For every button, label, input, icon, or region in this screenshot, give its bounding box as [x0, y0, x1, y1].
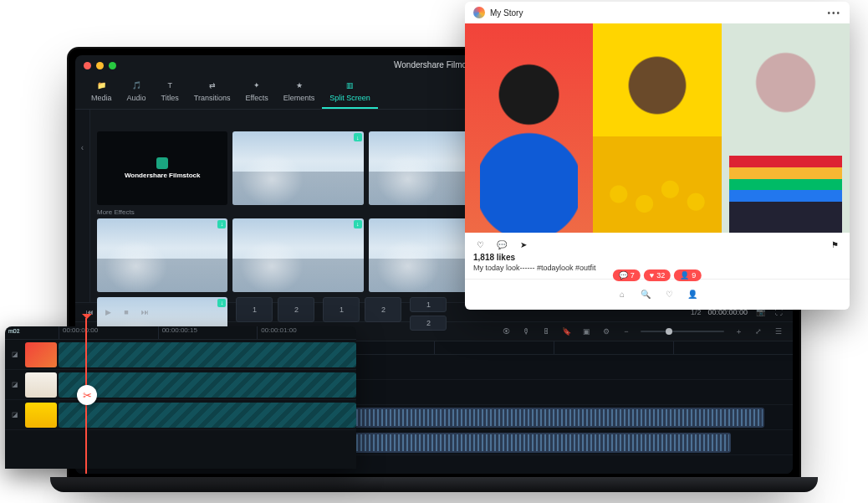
download-icon: ↓: [217, 299, 226, 307]
tab-label: Effects: [245, 94, 268, 102]
tab-transitions[interactable]: ⇄Transitions: [186, 76, 238, 109]
mini-timeline-panel: 00:00:00:00 00:00:00:15 00:00:01:00 ✂ ◪ …: [5, 326, 356, 469]
template-thumb[interactable]: ↓: [232, 218, 363, 292]
layout-1-2[interactable]: 1 2: [236, 297, 314, 322]
layout-cell: 1: [323, 297, 360, 322]
mixer-icon[interactable]: 🎚: [540, 326, 552, 337]
tab-label: Elements: [283, 94, 315, 102]
person-graphic: [729, 40, 842, 233]
track-toggle-icon[interactable]: ◪: [5, 351, 25, 358]
media-pane: [722, 23, 850, 233]
effects-icon: ✦: [251, 80, 263, 91]
tab-media[interactable]: 📁Media: [84, 76, 120, 109]
comment-icon[interactable]: 💬: [495, 238, 508, 251]
engage-bar: 💬 7 ♥ 32 👤 9 ⌂ 🔍 ♡ 👤: [465, 279, 850, 310]
track-manager-icon[interactable]: ☰: [773, 326, 784, 337]
tab-effects[interactable]: ✦Effects: [237, 76, 275, 109]
elements-icon: ★: [294, 80, 305, 91]
layout-cell: 2: [410, 316, 447, 331]
track-toggle-icon[interactable]: ◪: [5, 381, 25, 388]
tab-elements[interactable]: ★Elements: [276, 76, 323, 109]
play-icon[interactable]: ▶: [102, 306, 114, 318]
crop-icon[interactable]: ▣: [580, 326, 592, 337]
transition-icon: ⇄: [207, 80, 218, 91]
template-thumb[interactable]: ↓: [232, 131, 363, 205]
zoom-out-icon[interactable]: −: [620, 326, 632, 337]
mini-ruler[interactable]: 00:00:00:00 00:00:00:15 00:00:01:00: [5, 326, 356, 340]
likes-pill[interactable]: ♥ 32: [644, 269, 671, 281]
ruler-mark: 00:00:00:15: [158, 326, 258, 339]
minimize-icon[interactable]: [96, 62, 104, 69]
clip-thumb[interactable]: [25, 403, 57, 428]
ruler-mark: 00:00:01:00: [257, 326, 356, 339]
avatar[interactable]: [473, 7, 485, 18]
fit-icon[interactable]: ⤢: [753, 326, 764, 337]
social-media: [465, 23, 850, 233]
download-icon: ↓: [354, 220, 362, 228]
mini-track[interactable]: ◪: [5, 370, 356, 400]
laptop-base: [50, 477, 818, 492]
clip-thumb[interactable]: [25, 342, 57, 367]
more-icon[interactable]: •••: [827, 8, 841, 18]
audio-icon: 🎵: [130, 80, 142, 91]
search-icon[interactable]: 🔍: [638, 286, 653, 301]
bookmark-icon[interactable]: ⚑: [828, 238, 841, 251]
zoom-in-icon[interactable]: ＋: [733, 326, 744, 337]
layout-cell: 2: [365, 297, 401, 322]
close-icon[interactable]: [84, 62, 91, 69]
clip-label: m01: [8, 328, 20, 334]
mini-clip[interactable]: m01: [59, 403, 356, 428]
zoom-slider[interactable]: [641, 331, 724, 332]
download-icon: ↓: [217, 220, 226, 228]
filmstock-card[interactable]: Wondershare Filmstock: [97, 131, 227, 205]
ruler-mark: 00:00:00:00: [59, 326, 158, 339]
media-pane: [593, 23, 721, 233]
users-pill[interactable]: 👤 9: [674, 269, 702, 281]
mic-icon[interactable]: 🎙: [520, 326, 532, 337]
tab-label: Transitions: [194, 94, 231, 102]
mini-track[interactable]: ◪ m02: [5, 340, 356, 370]
render-icon[interactable]: ⚙: [600, 326, 612, 337]
flowers-graphic: [593, 136, 721, 233]
maximize-icon[interactable]: [109, 62, 116, 69]
home-icon[interactable]: ⌂: [615, 286, 630, 301]
scissors-icon[interactable]: ✂: [77, 385, 97, 405]
social-header: My Story •••: [465, 2, 850, 23]
tab-titles[interactable]: TTitles: [154, 76, 186, 109]
audio-clip[interactable]: ♪ label: [329, 408, 764, 428]
comments-pill[interactable]: 💬 7: [613, 269, 641, 281]
mini-clip[interactable]: m02: [59, 342, 356, 367]
marker-icon[interactable]: 🔖: [560, 326, 572, 337]
person-graphic: [480, 49, 578, 233]
layout-cell: 1: [410, 297, 447, 312]
layout-1-over-2[interactable]: 1 2: [410, 297, 447, 331]
sidebar-left[interactable]: ‹: [75, 110, 90, 302]
share-icon[interactable]: ➤: [517, 238, 530, 251]
tab-split-screen[interactable]: ▥Split Screen: [322, 76, 378, 109]
stop-icon[interactable]: ■: [120, 306, 132, 318]
window-controls[interactable]: [84, 62, 116, 69]
folder-icon: 📁: [95, 80, 107, 91]
tab-audio[interactable]: 🎵Audio: [120, 76, 154, 109]
filmstock-label: Wondershare Filmstock: [125, 172, 201, 179]
chevron-left-icon[interactable]: ‹: [75, 143, 89, 152]
layout-1-2[interactable]: 1 2: [323, 297, 401, 322]
reaction-pills: 💬 7 ♥ 32 👤 9: [613, 269, 702, 281]
text-icon: T: [164, 80, 176, 91]
pill-count: 9: [692, 271, 696, 280]
tab-label: Titles: [161, 94, 179, 102]
template-thumb[interactable]: ↓: [97, 218, 227, 292]
track-toggle-icon[interactable]: ◪: [5, 411, 25, 418]
mini-clip[interactable]: [59, 372, 356, 398]
layout-cell: 1: [236, 297, 273, 322]
profile-icon[interactable]: 👤: [685, 286, 700, 301]
next-frame-icon[interactable]: ⏭: [139, 306, 151, 318]
heart-icon[interactable]: ♡: [661, 286, 677, 301]
record-icon[interactable]: ⦿: [500, 326, 512, 337]
clip-thumb[interactable]: [25, 372, 57, 398]
mini-track[interactable]: ◪ m01: [5, 400, 356, 430]
heart-icon[interactable]: ♡: [473, 238, 487, 251]
split-screen-icon: ▥: [345, 80, 356, 91]
pill-count: 32: [656, 271, 665, 280]
download-icon: ↓: [354, 133, 362, 141]
